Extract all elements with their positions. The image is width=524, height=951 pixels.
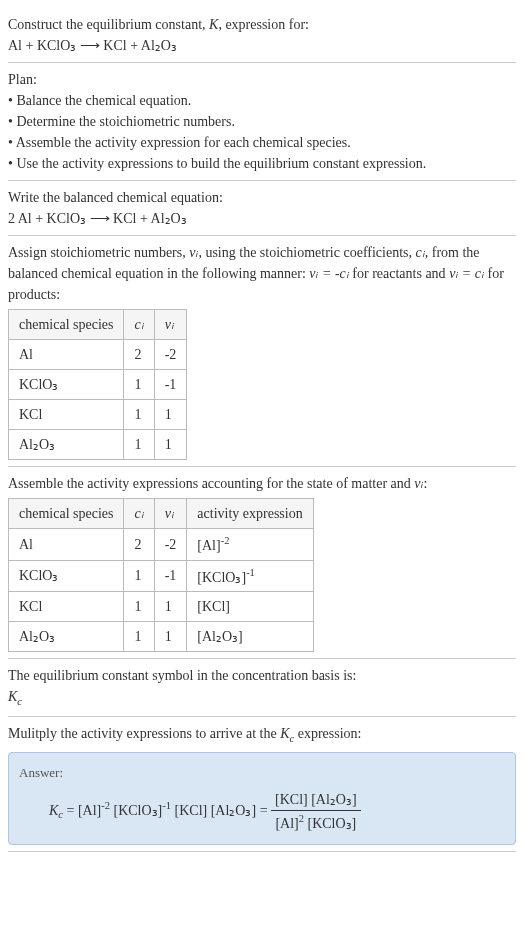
plan-bullet-2: • Determine the stoichiometric numbers. <box>8 111 516 132</box>
term-1: [Al] <box>78 802 101 817</box>
cell: 1 <box>124 622 154 652</box>
cell: 1 <box>124 400 154 430</box>
symbol-text: The equilibrium constant symbol in the c… <box>8 665 516 686</box>
term-2: [KClO₃] <box>110 802 162 817</box>
stoich-t1: Assign stoichiometric numbers, <box>8 245 189 260</box>
table-row: KClO₃ 1 -1 [KClO₃]-1 <box>9 560 314 592</box>
col-species: chemical species <box>9 310 124 340</box>
plan-bullet-4: • Use the activity expressions to build … <box>8 153 516 174</box>
cell: -1 <box>154 560 187 592</box>
plan-section: Plan: • Balance the chemical equation. •… <box>8 63 516 181</box>
col-species: chemical species <box>9 499 124 529</box>
cell: KClO₃ <box>9 560 124 592</box>
activity-heading-text: Assemble the activity expressions accoun… <box>8 476 414 491</box>
col-ci: cᵢ <box>124 310 154 340</box>
kc-k-2: K <box>280 726 289 741</box>
nui-header: νᵢ <box>165 317 174 332</box>
cell: 1 <box>154 592 187 622</box>
cell: 1 <box>154 400 187 430</box>
numerator: [KCl] [Al₂O₃] <box>271 789 361 811</box>
unbalanced-equation: Al + KClO₃ ⟶ KCl + Al₂O₃ <box>8 35 516 56</box>
activity-section: Assemble the activity expressions accoun… <box>8 467 516 659</box>
cell: [Al₂O₃] <box>187 622 313 652</box>
final-heading-text-2: expression: <box>294 726 361 741</box>
fraction: [KCl] [Al₂O₃] [Al]2 [KClO₃] <box>271 789 361 834</box>
table-row: Al₂O₃ 1 1 <box>9 430 187 460</box>
balanced-heading: Write the balanced chemical equation: <box>8 187 516 208</box>
act-base: [Al] <box>197 538 220 553</box>
activity-table: chemical species cᵢ νᵢ activity expressi… <box>8 498 314 652</box>
cell: 1 <box>124 560 154 592</box>
act-exp: -1 <box>246 567 255 578</box>
den-b: [KClO₃] <box>304 816 356 831</box>
cell: Al₂O₃ <box>9 622 124 652</box>
stoich-section: Assign stoichiometric numbers, νᵢ, using… <box>8 236 516 467</box>
stoich-t4: for reactants and <box>349 266 449 281</box>
cell: [KCl] <box>187 592 313 622</box>
lhs-k: K <box>49 802 58 817</box>
answer-box: Answer: Kc = [Al]-2 [KClO₃]-1 [KCl] [Al₂… <box>8 752 516 844</box>
table-row: KCl 1 1 <box>9 400 187 430</box>
plan-heading: Plan: <box>8 69 516 90</box>
cell: 1 <box>124 370 154 400</box>
cell: Al <box>9 529 124 561</box>
term-3: [KCl] [Al₂O₃] = <box>171 802 271 817</box>
col-ci: cᵢ <box>124 499 154 529</box>
kc-sub: c <box>17 696 22 707</box>
table-row: KCl 1 1 [KCl] <box>9 592 314 622</box>
stoich-table: chemical species cᵢ νᵢ Al 2 -2 KClO₃ 1 -… <box>8 309 187 460</box>
act-exp: -2 <box>221 535 230 546</box>
cell: Al₂O₃ <box>9 430 124 460</box>
exp-2: -1 <box>162 800 171 811</box>
nui-header-2: νᵢ <box>165 506 174 521</box>
table-header-row: chemical species cᵢ νᵢ activity expressi… <box>9 499 314 529</box>
cell: KCl <box>9 592 124 622</box>
stoich-text: Assign stoichiometric numbers, νᵢ, using… <box>8 242 516 305</box>
table-row: Al 2 -2 [Al]-2 <box>9 529 314 561</box>
final-equation: Kc = [Al]-2 [KClO₃]-1 [KCl] [Al₂O₃] = [K… <box>19 789 505 834</box>
rel2: νᵢ = cᵢ <box>449 266 484 281</box>
cell: [KClO₃]-1 <box>187 560 313 592</box>
balanced-equation: 2 Al + KClO₃ ⟶ KCl + Al₂O₃ <box>8 208 516 229</box>
table-row: Al 2 -2 <box>9 340 187 370</box>
ci-header-2: cᵢ <box>134 506 143 521</box>
intro-text-1: Construct the equilibrium constant, <box>8 17 209 32</box>
c-i: cᵢ <box>416 245 425 260</box>
final-heading: Mulitply the activity expressions to arr… <box>8 723 516 747</box>
exp-1: -2 <box>101 800 110 811</box>
symbol-section: The equilibrium constant symbol in the c… <box>8 659 516 717</box>
stoich-t2: , using the stoichiometric coefficients, <box>198 245 415 260</box>
ci-header: cᵢ <box>134 317 143 332</box>
cell: -2 <box>154 529 187 561</box>
cell: 2 <box>124 340 154 370</box>
answer-label: Answer: <box>19 763 505 783</box>
intro-section: Construct the equilibrium constant, K, e… <box>8 8 516 63</box>
table-header-row: chemical species cᵢ νᵢ <box>9 310 187 340</box>
cell: -2 <box>154 340 187 370</box>
k-symbol: K <box>209 17 218 32</box>
nu-i-2: νᵢ <box>414 476 423 491</box>
final-heading-text: Mulitply the activity expressions to arr… <box>8 726 280 741</box>
activity-heading: Assemble the activity expressions accoun… <box>8 473 516 494</box>
cell: [Al]-2 <box>187 529 313 561</box>
balanced-section: Write the balanced chemical equation: 2 … <box>8 181 516 236</box>
cell: Al <box>9 340 124 370</box>
act-base: [KClO₃] <box>197 569 246 584</box>
col-nui: νᵢ <box>154 310 187 340</box>
intro-text-1b: , expression for: <box>218 17 309 32</box>
cell: 1 <box>124 430 154 460</box>
table-row: Al₂O₃ 1 1 [Al₂O₃] <box>9 622 314 652</box>
equals-1: = <box>63 802 78 817</box>
colon: : <box>424 476 428 491</box>
cell: 1 <box>154 622 187 652</box>
plan-bullet-3: • Assemble the activity expression for e… <box>8 132 516 153</box>
cell: 2 <box>124 529 154 561</box>
kc-symbol: Kc <box>8 686 516 710</box>
cell: 1 <box>154 430 187 460</box>
plan-bullet-1: • Balance the chemical equation. <box>8 90 516 111</box>
act-base: [Al₂O₃] <box>197 629 242 644</box>
cell: KCl <box>9 400 124 430</box>
cell: 1 <box>124 592 154 622</box>
cell: KClO₃ <box>9 370 124 400</box>
den-a: [Al] <box>275 816 298 831</box>
